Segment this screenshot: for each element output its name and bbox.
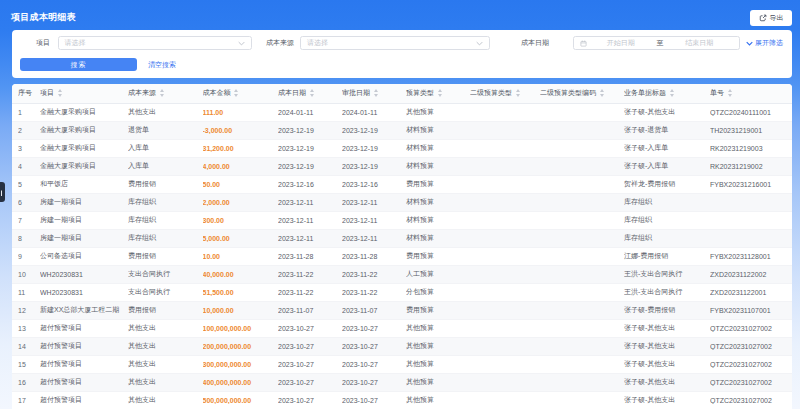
cell-approve-date: 2023-10-27 — [342, 379, 406, 386]
cell-cost-source: 其他支出 — [128, 395, 203, 405]
cell-cost-date: 2023-10-27 — [278, 343, 342, 350]
column-header-sub-budget-type[interactable]: 二级预算类型 — [470, 88, 540, 98]
cost-source-select[interactable]: 请选择 — [300, 36, 490, 50]
cell-index: 1 — [18, 109, 40, 116]
cell-doc-title: 贺祥龙-费用报销 — [624, 179, 710, 189]
column-label: 审批日期 — [342, 88, 370, 98]
cell-approve-date: 2023-12-16 — [342, 181, 406, 188]
cell-cost-date: 2023-12-11 — [278, 217, 342, 224]
cell-doc-title: 张子硕-入库单 — [624, 143, 710, 153]
column-label: 项目 — [40, 88, 54, 98]
table-row: 16超付预警项目其他支出400,000,000.002023-10-272023… — [12, 374, 793, 392]
cell-project: 超付预警项目 — [40, 377, 128, 387]
cell-index: 17 — [18, 397, 40, 404]
cell-cost-source: 其他支出 — [128, 323, 203, 333]
export-button[interactable]: 导出 — [750, 10, 792, 26]
clear-search-link[interactable]: 清空搜索 — [148, 58, 176, 72]
cell-cost-date: 2023-11-22 — [278, 271, 342, 278]
cell-cost-source: 费用报销 — [128, 179, 203, 189]
cell-cost-amount: 10.00 — [203, 253, 279, 260]
cell-budget-type: 费用预算 — [406, 305, 470, 315]
cell-doc-no: FYBX20231216001 — [710, 181, 792, 188]
cell-cost-amount: 31,200.00 — [203, 145, 279, 152]
sort-icon[interactable] — [728, 89, 732, 97]
cell-index: 6 — [18, 199, 40, 206]
cell-cost-amount: 5,000.00 — [203, 235, 279, 242]
cell-cost-source: 费用报销 — [128, 251, 203, 261]
cell-cost-amount: 100,000,000.00 — [203, 325, 279, 332]
cell-budget-type: 材料预算 — [406, 215, 470, 225]
cell-cost-amount: 500,000,000.00 — [203, 397, 279, 404]
cell-project: 公司备选项目 — [40, 251, 128, 261]
cell-project: 超付预警项目 — [40, 323, 128, 333]
cell-doc-no: RK20231219003 — [710, 145, 792, 152]
search-button[interactable]: 搜索 — [20, 58, 137, 72]
sidebar-expand-handle[interactable] — [0, 182, 5, 202]
cell-cost-source: 其他支出 — [128, 359, 203, 369]
cell-cost-amount: -3,000.00 — [203, 127, 279, 134]
cell-approve-date: 2023-10-27 — [342, 361, 406, 368]
cell-project: 和平饭店 — [40, 179, 128, 189]
column-header-budget-type[interactable]: 预算类型 — [406, 88, 470, 98]
cell-doc-title: 张子硕-其他支出 — [624, 377, 710, 387]
cell-approve-date: 2023-12-19 — [342, 127, 406, 134]
cell-project: 房建一期项目 — [40, 233, 128, 243]
cell-index: 8 — [18, 235, 40, 242]
cost-date-range-input[interactable]: 开始日期 至 结束日期 — [573, 36, 740, 50]
expand-filter-label: 展开筛选 — [755, 38, 783, 48]
sort-icon[interactable] — [374, 89, 378, 97]
column-label: 预算类型 — [406, 88, 434, 98]
cell-approve-date: 2023-11-22 — [342, 271, 406, 278]
calendar-icon — [580, 40, 587, 47]
expand-filter-link[interactable]: 展开筛选 — [746, 36, 783, 50]
chevron-down-icon — [476, 41, 483, 46]
cell-doc-title: 王洪-支出合同执行 — [624, 269, 710, 279]
column-header-cost-date[interactable]: 成本日期 — [278, 88, 342, 98]
cell-doc-title: 张子硕-其他支出 — [624, 359, 710, 369]
cell-cost-amount: 50.00 — [203, 181, 279, 188]
column-header-sub-budget-code[interactable]: 二级预算类型编码 — [540, 88, 624, 98]
cell-cost-date: 2023-10-27 — [278, 379, 342, 386]
sort-icon[interactable] — [58, 89, 62, 97]
sort-icon[interactable] — [670, 89, 674, 97]
cell-cost-amount: 40,000.00 — [203, 271, 279, 278]
cell-budget-type: 材料预算 — [406, 161, 470, 171]
table-body: 1金融大厦采购项目其他支出111.002024-01-112024-01-11其… — [12, 104, 793, 409]
column-header-doc-title[interactable]: 业务单据标题 — [624, 88, 710, 98]
export-label: 导出 — [770, 13, 784, 23]
export-icon — [759, 14, 767, 22]
column-header-cost-source[interactable]: 成本来源 — [128, 88, 203, 98]
cell-project: 房建一期项目 — [40, 215, 128, 225]
cell-cost-date: 2023-10-27 — [278, 325, 342, 332]
column-header-approve-date[interactable]: 审批日期 — [342, 88, 406, 98]
cost-source-filter-label: 成本来源 — [266, 36, 294, 50]
sort-icon[interactable] — [310, 89, 314, 97]
cell-index: 16 — [18, 379, 40, 386]
cell-doc-title: 库存组织 — [624, 233, 710, 243]
column-header-doc-no[interactable]: 单号 — [710, 88, 792, 98]
column-header-cost-amount[interactable]: 成本金额 — [203, 88, 279, 98]
sort-icon[interactable] — [234, 89, 238, 97]
chevron-down-icon — [746, 41, 753, 46]
cell-budget-type: 人工预算 — [406, 269, 470, 279]
column-label: 成本日期 — [278, 88, 306, 98]
sort-icon[interactable] — [600, 89, 604, 97]
cell-doc-title: 张子硕-其他支出 — [624, 341, 710, 351]
cell-index: 7 — [18, 217, 40, 224]
table-row: 2金融大厦采购项目退货单-3,000.002023-12-192023-12-1… — [12, 122, 793, 140]
cell-budget-type: 费用预算 — [406, 179, 470, 189]
cell-doc-no: FYBX20231107001 — [710, 307, 792, 314]
sort-icon[interactable] — [160, 89, 164, 97]
table-row: 17超付预警项目其他支出500,000,000.002023-10-272023… — [12, 392, 793, 409]
sort-icon[interactable] — [438, 89, 442, 97]
project-select[interactable]: 请选择 — [58, 36, 253, 50]
cell-approve-date: 2023-11-22 — [342, 289, 406, 296]
cell-cost-date: 2023-12-19 — [278, 163, 342, 170]
column-label: 二级预算类型编码 — [540, 88, 596, 98]
cell-doc-no: TH20231219001 — [710, 127, 792, 134]
cell-cost-date: 2023-12-16 — [278, 181, 342, 188]
sort-icon[interactable] — [516, 89, 520, 97]
cell-cost-source: 其他支出 — [128, 107, 203, 117]
cell-index: 12 — [18, 307, 40, 314]
column-header-project[interactable]: 项目 — [40, 88, 128, 98]
